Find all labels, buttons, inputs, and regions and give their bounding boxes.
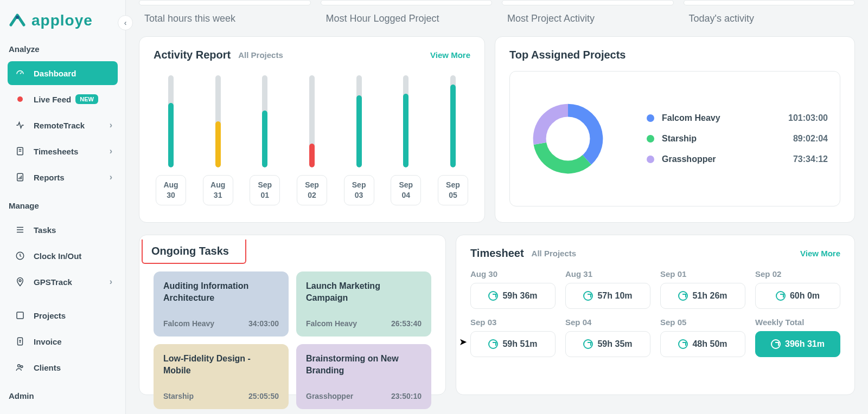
- clock-icon: [678, 291, 688, 301]
- sidebar-collapse-button[interactable]: ‹: [118, 15, 133, 30]
- legend-value: 89:02:04: [793, 134, 828, 144]
- nav-label: Live Feed: [34, 95, 71, 104]
- sidebar-item-clockinout[interactable]: Clock In/Out: [8, 244, 118, 268]
- timesheet-date-label: Sep 01: [660, 269, 745, 279]
- svg-rect-5: [17, 312, 23, 319]
- task-card[interactable]: Launch Marketing Campaign Falcom Heavy26…: [296, 271, 431, 337]
- legend-row: Starship 89:02:04: [647, 134, 828, 144]
- timesheet-value: 51h 26m: [692, 291, 727, 301]
- activity-bar: Sep02: [297, 75, 327, 205]
- legend-name: Grasshopper: [662, 154, 716, 164]
- timesheet-value: 57h 10m: [597, 291, 632, 301]
- logo-icon: [9, 12, 26, 29]
- logo-text: apploye: [31, 12, 93, 29]
- timesheet-cell: Aug 31 57h 10m: [565, 269, 650, 309]
- activity-viewmore-link[interactable]: View More: [430, 50, 470, 60]
- timesheet-icon: [14, 146, 26, 156]
- activity-date-pill[interactable]: Sep05: [438, 175, 468, 205]
- sidebar-item-dashboard[interactable]: Dashboard: [8, 61, 118, 85]
- timesheet-value: 396h 31m: [785, 339, 825, 349]
- stat-label-most-activity: Most Project Activity: [502, 13, 674, 24]
- timesheet-viewmore-link[interactable]: View More: [800, 249, 840, 258]
- logo[interactable]: apploye: [9, 12, 118, 29]
- activity-date-pill[interactable]: Sep03: [344, 175, 374, 205]
- activity-title: Activity Report: [154, 49, 231, 61]
- section-manage: Manage: [9, 201, 118, 210]
- timesheet-date-label: Weekly Total: [755, 318, 840, 327]
- timesheet-pill[interactable]: 59h 35m: [565, 331, 650, 357]
- timesheet-pill[interactable]: 59h 36m: [470, 283, 556, 309]
- timesheet-date-label: Aug 30: [470, 269, 556, 279]
- timesheet-cell: Sep 02 60h 0m: [755, 269, 840, 309]
- task-project: Falcom Heavy: [306, 319, 357, 328]
- activity-sub: All Projects: [238, 50, 283, 60]
- activity-date-pill[interactable]: Sep01: [250, 175, 280, 205]
- timesheet-date-label: Sep 03: [470, 318, 556, 327]
- sidebar-item-remotetrack[interactable]: RemoteTrack ›: [8, 113, 118, 137]
- task-project: Starship: [163, 392, 194, 400]
- timesheet-pill[interactable]: 57h 10m: [565, 283, 650, 309]
- timesheet-pill[interactable]: 60h 0m: [755, 283, 840, 309]
- activity-date-pill[interactable]: Aug30: [156, 175, 186, 205]
- timesheet-date-label: Sep 02: [755, 269, 840, 279]
- nav-label: Projects: [34, 311, 66, 320]
- legend-dot-icon: [647, 135, 654, 143]
- legend-dot-icon: [647, 156, 654, 163]
- activity-date-pill[interactable]: Aug31: [203, 175, 233, 205]
- clock-icon: [583, 339, 593, 349]
- task-time: 25:05:50: [248, 392, 279, 400]
- nav-label: Reports: [34, 173, 65, 182]
- task-title: Brainstorming on New Branding: [306, 353, 422, 376]
- sidebar-item-projects[interactable]: Projects: [8, 303, 118, 327]
- nav-label: GPSTrack: [34, 277, 72, 287]
- nav-label: Tasks: [34, 225, 56, 235]
- sidebar-item-livefeed[interactable]: Live Feed NEW: [8, 87, 118, 111]
- timesheet-value: 59h 36m: [502, 291, 537, 301]
- activity-date-pill[interactable]: Sep04: [391, 175, 421, 205]
- task-card[interactable]: Auditing Information Architecture Falcom…: [154, 271, 289, 337]
- task-card[interactable]: Brainstorming on New Branding Grasshoppe…: [296, 344, 431, 409]
- timesheet-date-label: Sep 04: [565, 318, 650, 327]
- activity-bar: Sep01: [250, 75, 280, 205]
- dot-icon: [14, 96, 26, 102]
- timesheet-cell: Weekly Total 396h 31m: [755, 318, 840, 357]
- task-card[interactable]: Low-Fidelity Design - Mobile Starship25:…: [154, 344, 289, 409]
- sidebar-item-reports[interactable]: Reports ›: [8, 165, 118, 189]
- sidebar-item-clients[interactable]: Clients: [8, 355, 118, 379]
- timesheet-value: 60h 0m: [790, 291, 820, 301]
- svg-point-7: [18, 365, 21, 367]
- ongoing-title: Ongoing Tasks: [151, 245, 229, 257]
- donut-chart: [522, 93, 614, 185]
- timesheet-cell: Sep 04 59h 35m: [565, 318, 650, 357]
- timesheet-pill[interactable]: 59h 51m: [470, 331, 556, 357]
- legend-name: Falcom Heavy: [662, 113, 720, 123]
- svg-point-9: [546, 117, 590, 161]
- task-time: 23:50:10: [391, 392, 422, 400]
- stat-card: [502, 0, 674, 5]
- timesheet-pill[interactable]: 396h 31m: [755, 331, 840, 357]
- clock-icon: [488, 291, 498, 301]
- sidebar-item-timesheets[interactable]: Timesheets ›: [8, 139, 118, 163]
- clock-icon: [488, 339, 498, 349]
- timesheet-pill[interactable]: 48h 50m: [660, 331, 745, 357]
- stat-card: [321, 0, 493, 5]
- ongoing-tasks-card: Ongoing Tasks Auditing Information Archi…: [139, 235, 446, 395]
- sidebar-item-tasks[interactable]: Tasks: [8, 218, 118, 242]
- legend-row: Falcom Heavy 101:03:00: [647, 113, 828, 123]
- timesheet-pill[interactable]: 51h 26m: [660, 283, 745, 309]
- task-title: Auditing Information Architecture: [163, 280, 279, 303]
- report-icon: [14, 172, 26, 182]
- clock-icon: [776, 291, 786, 301]
- timesheet-sub: All Projects: [532, 249, 577, 258]
- task-project: Falcom Heavy: [163, 319, 214, 328]
- sidebar-item-invoice[interactable]: Invoice: [8, 329, 118, 353]
- activity-date-pill[interactable]: Sep02: [297, 175, 327, 205]
- timesheet-cell: Sep 03 59h 51m: [470, 318, 556, 357]
- sidebar-item-gpstrack[interactable]: GPSTrack ›: [8, 270, 118, 294]
- chevron-right-icon: ›: [110, 120, 112, 130]
- activity-bar: Sep05: [438, 75, 468, 205]
- task-project: Grasshopper: [306, 392, 353, 400]
- clock-icon: [583, 291, 593, 301]
- activity-bar: Sep04: [391, 75, 421, 205]
- timesheet-card: Timesheet All Projects View More Aug 30 …: [456, 235, 855, 395]
